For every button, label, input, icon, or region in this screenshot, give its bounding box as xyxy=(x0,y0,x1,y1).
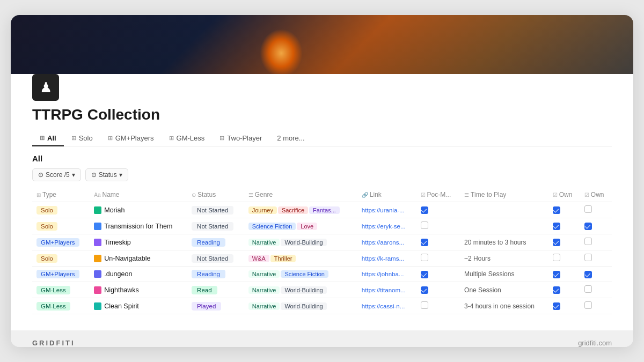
own1-checkbox[interactable] xyxy=(553,286,560,294)
status-badge: Reading xyxy=(192,270,225,278)
link-text[interactable]: https://aarons... xyxy=(362,239,404,246)
cell-own1[interactable] xyxy=(548,267,580,282)
link-text[interactable]: https://johnba... xyxy=(362,271,404,277)
genre-tag: Sacrifice xyxy=(278,206,308,214)
name-text: Transmission for Them xyxy=(104,223,172,230)
link-text[interactable]: https://eryk-se... xyxy=(362,223,406,230)
col-pocm: ☑Poc-M... xyxy=(416,188,460,202)
cell-link[interactable]: https://k-rams... xyxy=(357,250,416,267)
cell-pocm[interactable] xyxy=(416,234,460,250)
time-text: One Session xyxy=(464,286,501,294)
cell-link[interactable]: https://urania-... xyxy=(357,202,416,218)
link-text[interactable]: https://cassi-n... xyxy=(362,303,405,309)
cell-status: Read xyxy=(187,282,244,298)
cell-own1[interactable] xyxy=(548,202,580,218)
tab-twoplayer[interactable]: ⊞ Two-Player xyxy=(212,131,269,146)
cell-pocm[interactable] xyxy=(416,250,460,267)
pocm-checkbox[interactable] xyxy=(421,254,428,261)
tab-gmplayers-icon: ⊞ xyxy=(108,135,113,142)
name-color-icon xyxy=(94,255,101,262)
cell-type: GM+Players xyxy=(32,234,90,250)
own2-checkbox[interactable] xyxy=(584,301,592,309)
cell-own1[interactable] xyxy=(548,298,580,314)
cell-link[interactable]: https://titanom... xyxy=(357,282,416,298)
cell-name[interactable]: Timeskip xyxy=(90,234,187,250)
type-badge: GM+Players xyxy=(36,238,79,247)
genre-tag: World-Building xyxy=(281,286,326,294)
cell-name[interactable]: Nighthawks xyxy=(90,282,187,298)
cell-name[interactable]: Transmission for Them xyxy=(90,218,187,234)
table-row: GM-LessClean SpiritPlayedNarrativeWorld-… xyxy=(32,298,612,314)
genre-tag: Thriller xyxy=(270,255,296,262)
tab-all[interactable]: ⊞ All xyxy=(32,131,64,146)
table-row: SoloMoriahNot StartedJourneySacrificeFan… xyxy=(32,202,612,218)
tab-gmless[interactable]: ⊞ GM-Less xyxy=(162,131,213,146)
own1-checkbox[interactable] xyxy=(553,223,560,230)
own2-checkbox[interactable] xyxy=(584,205,592,213)
own1-checkbox[interactable] xyxy=(553,302,560,310)
app-window: ♟ TTRPG Collection ⊞ All ⊞ Solo ⊞ GM+Pla… xyxy=(11,15,633,347)
cell-pocm[interactable] xyxy=(416,202,460,218)
pocm-checkbox[interactable] xyxy=(421,286,428,294)
own1-checkbox[interactable] xyxy=(553,271,560,278)
cell-pocm[interactable] xyxy=(416,218,460,234)
cell-time: One Session xyxy=(460,282,548,298)
pocm-checkbox[interactable] xyxy=(421,239,428,246)
pocm-checkbox[interactable] xyxy=(421,221,428,229)
own2-checkbox[interactable] xyxy=(584,285,592,293)
link-text[interactable]: https://urania-... xyxy=(362,207,405,213)
cell-name[interactable]: Un-Navigatable xyxy=(90,250,187,267)
tab-solo[interactable]: ⊞ Solo xyxy=(64,131,100,146)
chevron-down-icon-2: ▾ xyxy=(119,171,122,179)
tab-gmplayers[interactable]: ⊞ GM+Players xyxy=(100,131,162,146)
tab-more[interactable]: 2 more... xyxy=(269,131,312,146)
cell-pocm[interactable] xyxy=(416,267,460,282)
table-row: GM+Players.dungeonReadingNarrativeScienc… xyxy=(32,267,612,282)
cell-own2[interactable] xyxy=(580,298,612,314)
cell-own2[interactable] xyxy=(580,234,612,250)
cell-pocm[interactable] xyxy=(416,298,460,314)
cell-pocm[interactable] xyxy=(416,282,460,298)
own1-checkbox[interactable] xyxy=(553,206,560,214)
name-color-icon xyxy=(94,270,101,278)
cell-own1[interactable] xyxy=(548,250,580,267)
cell-own2[interactable] xyxy=(580,267,612,282)
cell-own1[interactable] xyxy=(548,234,580,250)
cell-name[interactable]: Moriah xyxy=(90,202,187,218)
cell-own2[interactable] xyxy=(580,282,612,298)
cell-link[interactable]: https://eryk-se... xyxy=(357,218,416,234)
col-own2: ☑Own xyxy=(580,188,612,202)
cell-own1[interactable] xyxy=(548,218,580,234)
cell-link[interactable]: https://johnba... xyxy=(357,267,416,282)
score-filter-icon: ⊙ xyxy=(38,171,43,179)
link-text[interactable]: https://titanom... xyxy=(362,287,406,293)
own2-checkbox[interactable] xyxy=(584,271,592,278)
own2-checkbox[interactable] xyxy=(584,254,592,261)
own2-checkbox[interactable] xyxy=(584,238,592,245)
own1-checkbox[interactable] xyxy=(553,239,560,246)
cell-name[interactable]: .dungeon xyxy=(90,267,187,282)
tabs-bar: ⊞ All ⊞ Solo ⊞ GM+Players ⊞ GM-Less ⊞ Tw… xyxy=(32,131,612,146)
cell-genre: NarrativeWorld-Building xyxy=(244,234,357,250)
table-row: SoloTransmission for ThemNot StartedScie… xyxy=(32,218,612,234)
score-filter[interactable]: ⊙ Score /5 ▾ xyxy=(32,168,81,181)
cell-own2[interactable] xyxy=(580,250,612,267)
cell-link[interactable]: https://aarons... xyxy=(357,234,416,250)
cell-type: GM-Less xyxy=(32,298,90,314)
cell-name[interactable]: Clean Spirit xyxy=(90,298,187,314)
pocm-checkbox[interactable] xyxy=(421,271,428,278)
cell-own2[interactable] xyxy=(580,218,612,234)
own1-checkbox[interactable] xyxy=(553,254,560,261)
cell-link[interactable]: https://cassi-n... xyxy=(357,298,416,314)
status-filter[interactable]: ⊙ Status ▾ xyxy=(85,168,128,181)
brand-left: GRIDFITI xyxy=(32,339,75,347)
cell-status: Played xyxy=(187,298,244,314)
cell-own1[interactable] xyxy=(548,282,580,298)
link-text[interactable]: https://k-rams... xyxy=(362,255,404,262)
col-type: ⊞Type xyxy=(32,188,90,202)
own2-checkbox[interactable] xyxy=(584,223,592,230)
pocm-checkbox[interactable] xyxy=(421,206,428,214)
time-text: ~2 Hours xyxy=(464,255,491,262)
pocm-checkbox[interactable] xyxy=(421,301,428,309)
cell-own2[interactable] xyxy=(580,202,612,218)
